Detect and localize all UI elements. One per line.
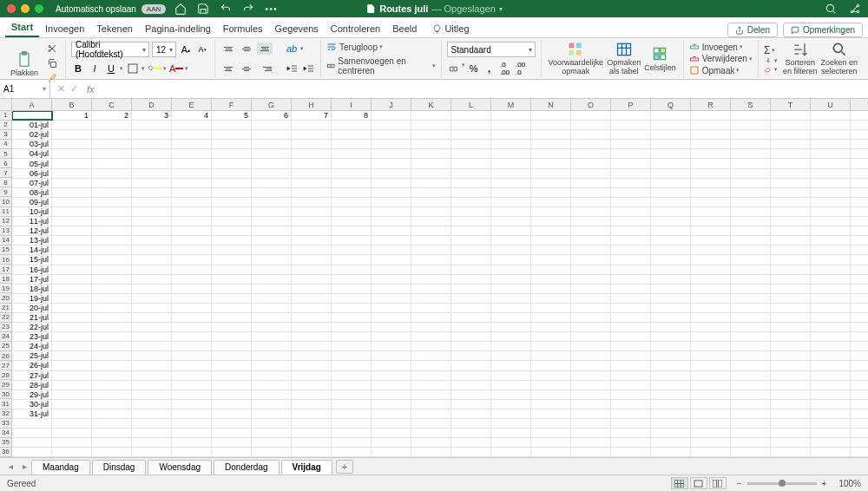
cell[interactable] [851, 419, 868, 428]
align-bottom-button[interactable] [257, 43, 273, 55]
cell[interactable] [212, 217, 252, 226]
cell[interactable] [851, 245, 868, 254]
cell[interactable] [691, 121, 731, 129]
zoom-slider[interactable] [747, 482, 817, 485]
column-header-M[interactable]: M [491, 99, 531, 110]
minimize-window-icon[interactable] [21, 4, 30, 13]
cell[interactable] [491, 149, 531, 158]
cell[interactable] [132, 371, 172, 380]
cell[interactable] [771, 313, 811, 322]
cell[interactable] [332, 198, 372, 206]
cell[interactable] [332, 409, 372, 418]
cell[interactable] [851, 323, 868, 331]
cell[interactable] [771, 245, 811, 254]
cell[interactable] [811, 400, 851, 409]
cell[interactable] [611, 332, 651, 341]
cell[interactable]: 27-jul [12, 371, 52, 380]
row-header-30[interactable]: 30 [0, 390, 11, 399]
cell[interactable] [212, 275, 252, 284]
cell[interactable] [491, 332, 531, 341]
comments-button[interactable]: Opmerkingen [783, 23, 863, 37]
cell[interactable] [491, 323, 531, 331]
cell[interactable] [212, 351, 252, 360]
cell[interactable] [731, 351, 771, 360]
cell[interactable] [332, 245, 372, 254]
cell[interactable] [531, 140, 571, 148]
cell[interactable] [292, 149, 332, 158]
orientation-button[interactable]: ab [285, 42, 299, 56]
cell[interactable] [92, 342, 132, 350]
font-color-button[interactable]: A [169, 62, 183, 75]
cell[interactable] [571, 111, 611, 120]
cell[interactable] [811, 130, 851, 139]
column-header-A[interactable]: A [12, 99, 52, 110]
cell[interactable] [851, 169, 868, 178]
cell[interactable] [172, 351, 212, 360]
cell[interactable] [491, 400, 531, 409]
cell[interactable] [571, 304, 611, 312]
cell[interactable] [451, 448, 491, 456]
cell[interactable] [851, 400, 868, 409]
cell[interactable] [252, 409, 292, 418]
cell[interactable] [691, 265, 731, 274]
cell[interactable] [651, 371, 691, 380]
cell[interactable] [811, 448, 851, 456]
row-header-1[interactable]: 1 [0, 111, 11, 121]
cell[interactable] [451, 236, 491, 245]
cell[interactable] [491, 169, 531, 178]
cell[interactable] [531, 409, 571, 418]
cell[interactable] [611, 448, 651, 456]
column-header-I[interactable]: I [332, 99, 372, 110]
cell[interactable] [571, 140, 611, 148]
cell[interactable] [292, 236, 332, 245]
cell[interactable] [611, 390, 651, 399]
cell[interactable] [611, 159, 651, 167]
cell[interactable] [372, 236, 411, 245]
cell[interactable] [451, 294, 491, 303]
sheet-tab-dinsdag[interactable]: Dinsdag [92, 460, 147, 475]
cell[interactable] [292, 323, 332, 331]
cell[interactable] [372, 332, 411, 341]
cell[interactable]: 18-jul [12, 285, 52, 293]
decrease-decimal-button[interactable]: .00.0 [514, 62, 528, 75]
cell[interactable] [571, 188, 611, 197]
sheet-tab-vrijdag[interactable]: Vrijdag [281, 460, 332, 475]
cell[interactable] [691, 361, 731, 370]
row-header-32[interactable]: 32 [0, 409, 11, 419]
cell[interactable] [531, 121, 571, 129]
cell[interactable] [651, 111, 691, 120]
row-header-20[interactable]: 20 [0, 293, 11, 303]
cell[interactable] [292, 275, 332, 284]
cell[interactable] [332, 255, 372, 264]
cell[interactable] [771, 361, 811, 370]
cell[interactable] [531, 159, 571, 167]
cell[interactable] [571, 390, 611, 399]
cell[interactable] [332, 351, 372, 360]
underline-more-icon[interactable]: ▾ [120, 65, 123, 72]
cell[interactable] [731, 236, 771, 245]
cell[interactable] [92, 438, 132, 447]
cell[interactable] [811, 351, 851, 360]
currency-button[interactable] [447, 62, 461, 75]
cell[interactable] [611, 179, 651, 187]
cell[interactable] [52, 361, 92, 370]
cell[interactable] [611, 323, 651, 331]
cell[interactable]: 17-jul [12, 275, 52, 284]
cell[interactable] [12, 438, 52, 447]
cell[interactable] [172, 438, 212, 447]
cell[interactable] [851, 255, 868, 264]
column-header-C[interactable]: C [92, 99, 132, 110]
cell[interactable] [571, 381, 611, 390]
formula-input[interactable] [102, 80, 868, 98]
cell[interactable] [491, 342, 531, 350]
cell[interactable] [691, 429, 731, 437]
format-as-table-button[interactable]: Opmaken als tabel [605, 41, 642, 76]
cell[interactable] [691, 351, 731, 360]
cell[interactable] [731, 313, 771, 322]
cell[interactable] [132, 351, 172, 360]
cell[interactable] [731, 226, 771, 235]
cell[interactable] [571, 226, 611, 235]
cell[interactable] [771, 381, 811, 390]
cell[interactable] [252, 371, 292, 380]
sort-filter-button[interactable]: Sorteren en filteren [781, 41, 819, 76]
